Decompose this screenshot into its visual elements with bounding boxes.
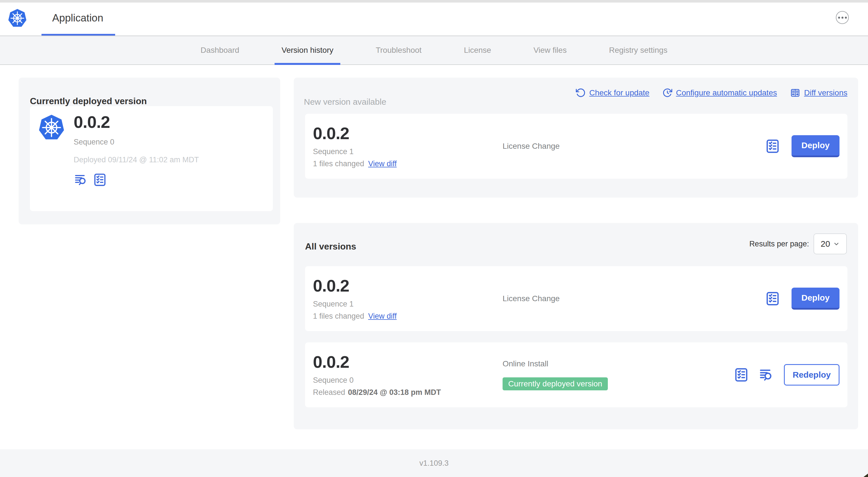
results-per-page-label: Results per page:: [749, 240, 809, 248]
current-version-number: 0.0.2: [74, 113, 199, 131]
app-tab-title[interactable]: Application: [52, 3, 103, 34]
deployed-timestamp: Deployed 09/11/24 @ 11:02 am MDT: [74, 155, 199, 164]
preflight-checks-icon[interactable]: [93, 172, 107, 187]
top-strip: [0, 0, 868, 3]
check-for-update-link[interactable]: Check for update: [576, 88, 649, 98]
footer: v1.109.3: [0, 449, 868, 477]
version-number: 0.0.2: [313, 353, 503, 371]
sequence-label: Sequence 0: [313, 376, 503, 385]
current-sequence-label: Sequence 0: [74, 138, 199, 147]
tab-registry-settings[interactable]: Registry settings: [602, 36, 675, 64]
version-row: 0.0.2 Sequence 0 Released08/29/24 @ 03:1…: [305, 342, 847, 407]
files-changed-label: 1 files changed: [313, 312, 364, 321]
view-diff-link[interactable]: View diff: [368, 312, 397, 321]
tab-bar: Dashboard Version history Troubleshoot L…: [0, 35, 868, 65]
active-tab-underline: [275, 63, 341, 65]
console-version-label: v1.109.3: [419, 459, 449, 477]
tab-troubleshoot[interactable]: Troubleshoot: [369, 36, 428, 64]
all-versions-title: All versions: [305, 241, 356, 252]
kubernetes-logo-icon: [38, 114, 65, 141]
version-number: 0.0.2: [313, 124, 503, 143]
deploy-button[interactable]: Deploy: [792, 135, 839, 157]
diff-icon: [790, 88, 801, 98]
deploy-button[interactable]: Deploy: [792, 288, 839, 309]
tab-dashboard[interactable]: Dashboard: [193, 36, 246, 64]
currently-deployed-title: Currently deployed version: [30, 96, 147, 107]
chevron-down-icon: [833, 240, 840, 247]
currently-deployed-panel: Currently deployed version 0.0.2: [19, 78, 280, 225]
kubernetes-logo-icon: [8, 8, 27, 28]
app-menu-button[interactable]: [836, 11, 849, 24]
refresh-icon: [576, 88, 586, 98]
new-version-panel: New version available Check for update C…: [294, 78, 858, 198]
released-timestamp: Released08/29/24 @ 03:18 pm MDT: [313, 388, 503, 397]
version-number: 0.0.2: [313, 277, 503, 295]
preflight-checks-icon[interactable]: [765, 290, 780, 307]
files-changed-label: 1 files changed: [313, 159, 364, 168]
redeploy-button[interactable]: Redeploy: [784, 364, 839, 386]
logs-icon[interactable]: [74, 173, 88, 186]
ellipsis-icon: [838, 17, 840, 19]
new-version-card: 0.0.2 Sequence 1 1 files changed View di…: [305, 114, 847, 179]
tab-version-history[interactable]: Version history: [275, 36, 341, 64]
preflight-checks-icon[interactable]: [734, 366, 749, 383]
all-versions-panel: All versions Results per page: 20 0.0.2 …: [294, 223, 858, 429]
logs-icon[interactable]: [758, 367, 774, 382]
change-type-label: License Change: [503, 142, 765, 151]
tab-license[interactable]: License: [457, 36, 498, 64]
view-diff-link[interactable]: View diff: [368, 159, 397, 168]
app-header: Application: [0, 3, 868, 35]
page: Application Dashboard Version history Tr…: [0, 0, 868, 477]
version-row: 0.0.2 Sequence 1 1 files changed View di…: [305, 266, 847, 331]
new-version-title: New version available: [304, 97, 386, 107]
configure-automatic-updates-link[interactable]: Configure automatic updates: [662, 88, 777, 98]
change-type-label: License Change: [503, 294, 765, 303]
currently-deployed-card: 0.0.2 Sequence 0 Deployed 09/11/24 @ 11:…: [30, 106, 273, 211]
sequence-label: Sequence 1: [313, 300, 503, 308]
diff-versions-link[interactable]: Diff versions: [790, 88, 847, 98]
tab-view-files[interactable]: View files: [526, 36, 574, 64]
results-per-page-select[interactable]: 20: [813, 233, 847, 254]
sequence-label: Sequence 1: [313, 147, 503, 156]
schedule-update-icon: [662, 88, 673, 98]
currently-deployed-badge: Currently deployed version: [503, 377, 608, 390]
install-type-label: Online Install: [503, 359, 734, 368]
preflight-checks-icon[interactable]: [765, 138, 780, 155]
